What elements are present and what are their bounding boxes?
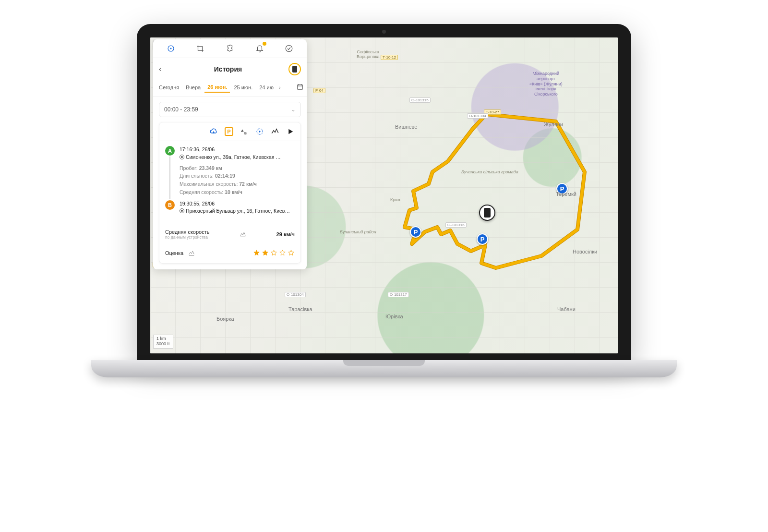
avgspeed-footer-sub: по данным устройства [165,235,209,240]
map-label: Жуляни [544,121,563,127]
maxspeed-label: Максимальная скорость: [180,181,238,187]
dates-next-icon[interactable]: › [277,85,282,90]
laptop-bezel: P P P Вишневе Жуляни Теремкй Новосілки Б… [137,24,631,360]
map-label: Бучанська сільська громада [461,169,518,174]
stop-a-time: 17:16:36, 26/06 [180,146,295,154]
mileage-value: 23.349 км [199,165,222,171]
map-label: Бучанський район [340,230,376,234]
date-tab-today[interactable]: Сегодня [156,83,182,92]
trip-card: P AB [159,122,301,264]
star-icon [288,249,295,256]
road-tag: О-101304 [285,292,306,297]
panel-title: История [171,65,285,73]
date-tab-24[interactable]: 24 ию [256,83,276,92]
webcam-dot [382,30,386,34]
road-tag: О-101316 [445,222,467,228]
target-icon [180,155,184,159]
device-selector[interactable] [288,63,301,75]
star-icon [253,249,260,256]
avgspeed-value: 10 км/ч [225,189,242,195]
trip-stop-a[interactable]: A 17:16:36, 26/06 Симоненко ул., 39а, Га… [165,146,295,161]
svg-text:A: A [241,129,244,133]
stop-b-time: 19:30:55, 26/06 [180,200,295,208]
duration-label: Длительность: [180,173,214,179]
trip-body: A 17:16:36, 26/06 Симоненко ул., 39а, Га… [159,141,300,224]
cloud-download-icon[interactable] [209,127,218,136]
target-icon [180,208,184,213]
rating-label: Оценка [165,250,183,256]
map-label: Вишневе [395,124,417,130]
star-icon [270,249,277,256]
road-tag: О-101317 [388,292,409,297]
scale-ft: 3000 ft [156,341,170,347]
back-button[interactable]: ‹ [159,65,168,73]
time-range-select[interactable]: 00:00 - 23:59 ⌄ [159,102,301,117]
laptop-base [91,360,677,377]
chart-icon[interactable] [188,250,195,256]
rating-stars[interactable] [253,249,295,256]
replay-icon[interactable] [255,127,264,136]
duration-value: 02:14:19 [215,173,235,179]
laptop-mockup: P P P Вишневе Жуляни Теремкй Новосілки Б… [62,24,706,456]
parking-filter-icon[interactable]: P [225,127,233,136]
map-label: Юрівка [385,314,403,319]
svg-point-2 [286,45,292,52]
chart-icon[interactable] [240,231,246,238]
parking-marker[interactable]: P [477,233,488,245]
maxspeed-value: 72 км/ч [239,181,257,187]
map-label: Крюк [390,197,400,202]
ab-points-icon[interactable]: AB [240,127,249,136]
trip-footer: Средняя скорость по данным устройства 29… [159,224,300,244]
trip-tools: P AB [159,122,300,141]
star-icon [262,249,269,256]
date-tab-yesterday[interactable]: Вчера [183,83,204,92]
scale-km: 1 km [156,336,170,342]
crop-icon[interactable] [195,43,205,54]
avgspeed-footer-label: Средняя скорость [165,229,209,235]
map-label: Чабани [557,306,576,312]
mileage-label: Пробег: [180,165,198,171]
svg-text:B: B [244,132,247,135]
trip-stats: Пробег: 23.349 км Длительность: 02:14:19… [180,164,295,196]
map-label: Софіївська Борщагівка [357,49,380,59]
notification-badge [263,42,266,46]
avgspeed-label: Средняя скорость: [180,189,223,195]
trip-stop-b[interactable]: B 19:30:55, 26/06 Приозерный Бульвар ул.… [165,200,295,216]
rating-row: Оценка [159,244,300,263]
app-screen: P P P Вишневе Жуляни Теремкй Новосілки Б… [150,37,618,353]
panel-titlebar: ‹ История [153,58,307,80]
map-label: Міжнародний аеропорт «Київ» (Жуляни) іме… [529,71,563,97]
road-tag: О-101315 [409,97,431,103]
marker-a-icon: A [165,146,175,156]
road-tag: О-101304 [467,113,488,119]
calendar-icon[interactable] [296,83,304,92]
marker-b-icon: B [165,200,175,210]
tracker-marker[interactable] [479,205,495,221]
date-tab-26[interactable]: 26 июн. [204,82,230,93]
stop-a-address: Симоненко ул., 39а, Гатное, Киевская … [186,154,281,160]
parking-marker[interactable]: P [410,226,421,238]
road-tag: Т-10-12 [381,55,398,60]
star-icon [279,249,286,256]
play-icon[interactable] [286,127,295,136]
chevron-down-icon: ⌄ [291,106,296,113]
map-scale: 1 km 3000 ft [153,335,173,349]
svg-rect-3 [298,85,303,89]
map-label: Новосілки [573,249,597,254]
puzzle-icon[interactable] [225,43,235,54]
map-label: Боярка [216,316,234,322]
time-range-value: 00:00 - 23:59 [164,106,198,113]
svg-point-1 [170,48,171,49]
map-label: Тарасівка [288,306,312,312]
map-label: Теремкй [556,191,576,197]
date-tab-25[interactable]: 25 июн. [231,83,255,92]
bell-icon[interactable] [254,43,265,54]
check-circle-icon[interactable] [284,43,294,54]
top-tabs [153,39,307,58]
chart-line-icon[interactable] [271,127,279,136]
location-icon[interactable] [166,43,176,54]
date-tabs: Сегодня Вчера 26 июн. 25 июн. 24 ию › [153,80,307,97]
history-panel: ‹ История Сегодня Вчера 26 июн. 25 июн. … [153,39,307,269]
stop-b-address: Приозерный Бульвар ул., 16, Гатное, Киев… [186,208,290,214]
road-tag: Р-04 [313,88,325,93]
